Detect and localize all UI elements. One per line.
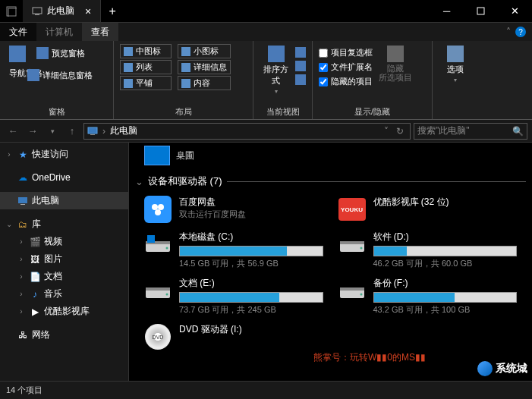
pictures-icon: 🖼 (29, 253, 41, 265)
svg-point-18 (360, 247, 362, 250)
add-columns-icon[interactable] (295, 61, 306, 71)
drive-item[interactable]: 本地磁盘 (C:)14.5 GB 可用，共 56.9 GB (144, 231, 323, 269)
drive-item[interactable]: YOUKU优酷影视库 (32 位) (338, 196, 518, 223)
network-icon: 🖧 (17, 329, 29, 341)
ribbon-tabs: 文件 计算机 查看 ˄ ? (0, 23, 532, 41)
up-button[interactable]: ↑ (64, 123, 80, 140)
preview-pane-icon (36, 47, 49, 59)
drive-item[interactable]: 软件 (D:)46.2 GB 可用，共 60.0 GB (338, 231, 518, 269)
drive-item[interactable]: 文档 (E:)73.7 GB 可用，共 245 GB (144, 277, 323, 316)
pc-icon-small (87, 127, 98, 136)
drive-name: 本地磁盘 (C:) (179, 231, 323, 243)
tree-youku[interactable]: ›▶优酷影视库 (0, 303, 128, 320)
layout-content[interactable]: 内容 (178, 76, 231, 90)
layout-medium-icons[interactable]: 中图标 (120, 44, 172, 58)
tree-pictures[interactable]: ›🖼图片 (0, 250, 128, 268)
tree-music[interactable]: ›♪音乐 (0, 285, 128, 303)
hide-selected-button[interactable]: 隐藏 所选项目 (376, 44, 415, 83)
music-icon: ♪ (29, 288, 41, 300)
sort-button[interactable]: 排序方式 ▾ (260, 44, 292, 96)
tree-documents[interactable]: ›📄文档 (0, 268, 128, 285)
watermark-icon (477, 361, 493, 376)
preview-pane-button[interactable]: 预览窗格 (33, 46, 88, 61)
minimize-button[interactable]: ─ (430, 0, 464, 22)
tab-view[interactable]: 查看 (82, 23, 118, 41)
svg-rect-20 (146, 287, 170, 291)
layout-tiles[interactable]: 平铺 (120, 76, 172, 90)
address-bar: ← → ▾ ↑ › 此电脑 ˅ ↻ 搜索"此电脑" 🔍 (0, 120, 532, 143)
drive-name: 备份 (F:) (373, 277, 518, 290)
svg-rect-15 (147, 235, 155, 243)
window-tab[interactable]: 此电脑 × (23, 0, 101, 22)
options-button[interactable]: 选项 ▾ (444, 44, 467, 85)
status-bar: 14 个项目 (0, 381, 532, 399)
close-button[interactable]: ✕ (498, 0, 532, 22)
tab-title: 此电脑 (47, 5, 74, 17)
drive-item[interactable]: 百度网盘双击运行百度网盘 (144, 196, 323, 223)
size-columns-icon[interactable] (295, 74, 306, 85)
tree-libraries[interactable]: ⌄🗂库 (0, 215, 128, 233)
back-button[interactable]: ← (5, 123, 21, 140)
svg-rect-23 (340, 287, 364, 291)
address-field[interactable]: › 此电脑 ˅ ↻ (83, 123, 411, 140)
medium-icons-icon (124, 47, 133, 56)
content-area: 臬圃 ⌄ 设备和驱动器 (7) 百度网盘双击运行百度网盘YOUKU优酷影视库 (… (129, 143, 532, 381)
address-dropdown-icon[interactable]: ˅ (384, 126, 389, 137)
close-tab-icon[interactable]: × (85, 5, 91, 17)
drive-item[interactable]: 备份 (F:)43.2 GB 可用，共 100 GB (338, 277, 518, 316)
tree-onedrive[interactable]: ☁OneDrive (0, 169, 128, 186)
file-extensions-toggle[interactable]: 文件扩展名 (319, 61, 373, 73)
tree-this-pc[interactable]: 此电脑 (0, 192, 128, 209)
drive-name: 文档 (E:) (179, 277, 323, 290)
tab-computer[interactable]: 计算机 (36, 23, 82, 41)
item-count: 14 个项目 (6, 385, 42, 396)
drive-subtitle: 73.7 GB 可用，共 245 GB (179, 304, 323, 316)
svg-rect-17 (340, 241, 364, 244)
svg-point-11 (155, 209, 161, 215)
nav-pane-button[interactable] (6, 44, 29, 64)
panes-group-label: 窗格 (6, 105, 107, 118)
nav-pane-icon (9, 46, 26, 62)
documents-icon: 📄 (29, 271, 41, 283)
desktop-folder-icon[interactable] (144, 146, 170, 165)
options-icon (447, 46, 464, 62)
drive-icon (144, 277, 172, 304)
tree-network[interactable]: 🖧网络 (0, 326, 128, 344)
svg-rect-2 (33, 8, 42, 14)
cloud-icon: ☁ (17, 171, 29, 184)
current-view-group-label: 当前视图 (260, 105, 306, 118)
search-placeholder: 搜索"此电脑" (417, 124, 470, 137)
layout-small-icons[interactable]: 小图标 (178, 44, 231, 58)
tree-videos[interactable]: ›🎬视频 (0, 233, 128, 250)
tree-quick-access[interactable]: ›★快速访问 (0, 146, 128, 163)
svg-point-24 (360, 294, 362, 296)
layout-list[interactable]: 列表 (120, 60, 172, 74)
item-checkboxes-toggle[interactable]: 项目复选框 (319, 47, 373, 58)
video-icon: 🎬 (29, 236, 41, 248)
drive-name: 百度网盘 (179, 196, 323, 209)
refresh-button[interactable]: ↻ (393, 126, 407, 137)
maximize-button[interactable] (464, 0, 498, 22)
devices-section-header[interactable]: ⌄ 设备和驱动器 (7) (135, 168, 526, 193)
watermark: 系统城 (477, 361, 527, 376)
drive-item[interactable]: DVDDVD 驱动器 (I:) (144, 323, 323, 350)
details-icon (181, 63, 190, 72)
collapse-ribbon-icon[interactable]: ˄ (506, 27, 511, 37)
svg-rect-3 (35, 14, 39, 15)
tab-file[interactable]: 文件 (0, 23, 36, 41)
recent-button[interactable]: ▾ (44, 123, 61, 140)
help-icon[interactable]: ? (515, 27, 526, 37)
search-field[interactable]: 搜索"此电脑" 🔍 (414, 123, 527, 140)
layout-details[interactable]: 详细信息 (178, 60, 231, 74)
group-by-icon[interactable] (295, 47, 306, 58)
drive-name: DVD 驱动器 (I:) (179, 323, 323, 336)
libraries-icon: 🗂 (17, 218, 29, 231)
details-pane-button[interactable]: 详细信息窗格 (24, 68, 96, 83)
drive-icon: YOUKU (338, 196, 366, 223)
forward-button[interactable]: → (24, 123, 41, 140)
svg-point-10 (158, 204, 164, 210)
hidden-items-toggle[interactable]: 隐藏的项目 (319, 76, 373, 87)
new-tab-button[interactable]: + (101, 0, 124, 22)
star-icon: ★ (17, 149, 29, 161)
drive-icon (338, 277, 366, 304)
